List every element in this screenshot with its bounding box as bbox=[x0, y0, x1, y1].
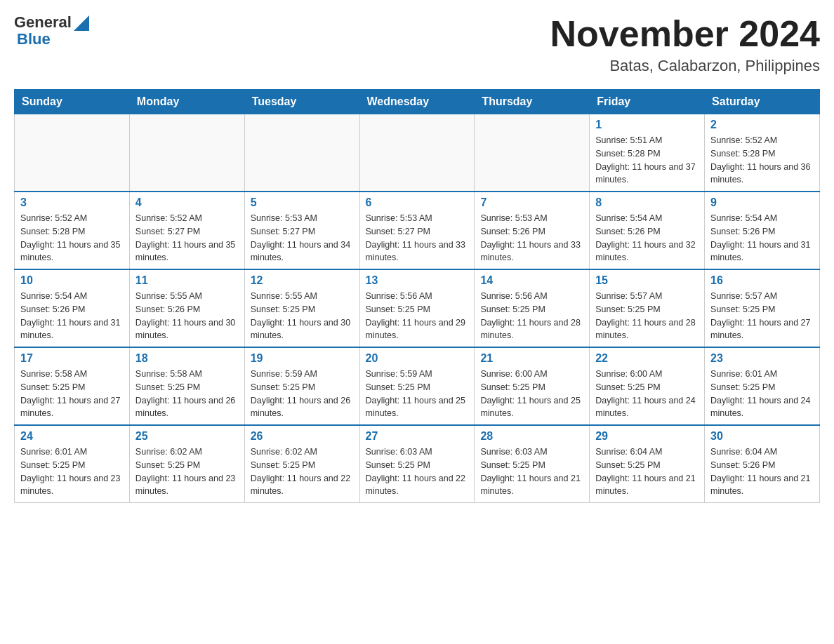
calendar-cell bbox=[244, 114, 359, 192]
calendar-cell: 28Sunrise: 6:03 AM Sunset: 5:25 PM Dayli… bbox=[475, 425, 590, 503]
day-number: 28 bbox=[480, 430, 583, 443]
calendar-header-monday: Monday bbox=[129, 90, 244, 114]
day-number: 13 bbox=[366, 274, 469, 287]
calendar-cell bbox=[359, 114, 475, 192]
day-number: 29 bbox=[595, 430, 699, 443]
day-number: 12 bbox=[251, 274, 354, 287]
calendar-cell: 24Sunrise: 6:01 AM Sunset: 5:25 PM Dayli… bbox=[15, 425, 130, 503]
day-info: Sunrise: 6:02 AM Sunset: 5:25 PM Dayligh… bbox=[251, 445, 354, 498]
logo-blue: Blue bbox=[17, 31, 89, 48]
calendar-cell: 22Sunrise: 6:00 AM Sunset: 5:25 PM Dayli… bbox=[590, 347, 705, 425]
day-info: Sunrise: 5:53 AM Sunset: 5:27 PM Dayligh… bbox=[251, 212, 354, 264]
day-info: Sunrise: 5:54 AM Sunset: 5:26 PM Dayligh… bbox=[710, 212, 814, 264]
calendar-cell: 14Sunrise: 5:56 AM Sunset: 5:25 PM Dayli… bbox=[475, 269, 590, 347]
calendar-cell: 15Sunrise: 5:57 AM Sunset: 5:25 PM Dayli… bbox=[590, 269, 705, 347]
calendar-table: SundayMondayTuesdayWednesdayThursdayFrid… bbox=[14, 89, 820, 503]
day-info: Sunrise: 6:04 AM Sunset: 5:25 PM Dayligh… bbox=[595, 445, 699, 498]
calendar-cell: 23Sunrise: 6:01 AM Sunset: 5:25 PM Dayli… bbox=[705, 347, 820, 425]
day-info: Sunrise: 5:54 AM Sunset: 5:26 PM Dayligh… bbox=[20, 290, 124, 342]
calendar-week-row-3: 10Sunrise: 5:54 AM Sunset: 5:26 PM Dayli… bbox=[15, 269, 820, 347]
calendar-week-row-4: 17Sunrise: 5:58 AM Sunset: 5:25 PM Dayli… bbox=[15, 347, 820, 425]
day-info: Sunrise: 5:51 AM Sunset: 5:28 PM Dayligh… bbox=[595, 134, 699, 187]
calendar-cell: 17Sunrise: 5:58 AM Sunset: 5:25 PM Dayli… bbox=[15, 347, 130, 425]
day-number: 4 bbox=[135, 196, 239, 209]
day-info: Sunrise: 5:58 AM Sunset: 5:25 PM Dayligh… bbox=[135, 368, 239, 420]
calendar-cell: 8Sunrise: 5:54 AM Sunset: 5:26 PM Daylig… bbox=[590, 192, 705, 269]
day-number: 8 bbox=[595, 196, 699, 209]
day-info: Sunrise: 5:58 AM Sunset: 5:25 PM Dayligh… bbox=[20, 368, 124, 420]
day-info: Sunrise: 6:01 AM Sunset: 5:25 PM Dayligh… bbox=[20, 445, 124, 498]
day-info: Sunrise: 5:53 AM Sunset: 5:26 PM Dayligh… bbox=[480, 212, 583, 264]
day-number: 22 bbox=[595, 352, 699, 365]
day-info: Sunrise: 5:53 AM Sunset: 5:27 PM Dayligh… bbox=[366, 212, 469, 264]
calendar-header-sunday: Sunday bbox=[15, 90, 130, 114]
day-info: Sunrise: 5:55 AM Sunset: 5:26 PM Dayligh… bbox=[135, 290, 239, 342]
day-number: 10 bbox=[20, 274, 124, 287]
day-number: 11 bbox=[135, 274, 239, 287]
calendar-cell bbox=[15, 114, 130, 192]
calendar-cell: 26Sunrise: 6:02 AM Sunset: 5:25 PM Dayli… bbox=[244, 425, 359, 503]
day-number: 25 bbox=[135, 430, 239, 443]
calendar-header-wednesday: Wednesday bbox=[359, 90, 475, 114]
day-number: 18 bbox=[135, 352, 239, 365]
calendar-cell: 10Sunrise: 5:54 AM Sunset: 5:26 PM Dayli… bbox=[15, 269, 130, 347]
day-info: Sunrise: 6:03 AM Sunset: 5:25 PM Dayligh… bbox=[480, 445, 583, 498]
day-info: Sunrise: 5:56 AM Sunset: 5:25 PM Dayligh… bbox=[480, 290, 583, 342]
day-number: 9 bbox=[710, 196, 814, 209]
day-info: Sunrise: 6:00 AM Sunset: 5:25 PM Dayligh… bbox=[595, 368, 699, 420]
day-number: 27 bbox=[366, 430, 469, 443]
calendar-cell: 12Sunrise: 5:55 AM Sunset: 5:25 PM Dayli… bbox=[244, 269, 359, 347]
calendar-cell: 21Sunrise: 6:00 AM Sunset: 5:25 PM Dayli… bbox=[475, 347, 590, 425]
location-title: Batas, Calabarzon, Philippines bbox=[550, 57, 820, 75]
day-info: Sunrise: 5:52 AM Sunset: 5:28 PM Dayligh… bbox=[710, 134, 814, 187]
day-info: Sunrise: 6:04 AM Sunset: 5:26 PM Dayligh… bbox=[710, 445, 814, 498]
day-number: 14 bbox=[480, 274, 583, 287]
calendar-week-row-2: 3Sunrise: 5:52 AM Sunset: 5:28 PM Daylig… bbox=[15, 192, 820, 269]
day-number: 24 bbox=[20, 430, 124, 443]
day-number: 23 bbox=[710, 352, 814, 365]
day-number: 3 bbox=[20, 196, 124, 209]
logo-general: General bbox=[14, 14, 72, 31]
calendar-cell: 19Sunrise: 5:59 AM Sunset: 5:25 PM Dayli… bbox=[244, 347, 359, 425]
day-number: 19 bbox=[251, 352, 354, 365]
day-info: Sunrise: 5:57 AM Sunset: 5:25 PM Dayligh… bbox=[595, 290, 699, 342]
page-header: General Blue November 2024 Batas, Calaba… bbox=[14, 14, 820, 75]
title-area: November 2024 Batas, Calabarzon, Philipp… bbox=[550, 14, 820, 75]
calendar-header-tuesday: Tuesday bbox=[244, 90, 359, 114]
day-info: Sunrise: 5:54 AM Sunset: 5:26 PM Dayligh… bbox=[595, 212, 699, 264]
day-info: Sunrise: 5:52 AM Sunset: 5:27 PM Dayligh… bbox=[135, 212, 239, 264]
calendar-cell: 9Sunrise: 5:54 AM Sunset: 5:26 PM Daylig… bbox=[705, 192, 820, 269]
calendar-cell: 27Sunrise: 6:03 AM Sunset: 5:25 PM Dayli… bbox=[359, 425, 475, 503]
calendar-week-row-5: 24Sunrise: 6:01 AM Sunset: 5:25 PM Dayli… bbox=[15, 425, 820, 503]
calendar-cell: 25Sunrise: 6:02 AM Sunset: 5:25 PM Dayli… bbox=[129, 425, 244, 503]
day-number: 7 bbox=[480, 196, 583, 209]
calendar-header-thursday: Thursday bbox=[475, 90, 590, 114]
day-info: Sunrise: 6:02 AM Sunset: 5:25 PM Dayligh… bbox=[135, 445, 239, 498]
month-title: November 2024 bbox=[550, 14, 820, 54]
day-info: Sunrise: 6:00 AM Sunset: 5:25 PM Dayligh… bbox=[480, 368, 583, 420]
logo: General Blue bbox=[14, 14, 89, 48]
day-number: 5 bbox=[251, 196, 354, 209]
calendar-cell: 7Sunrise: 5:53 AM Sunset: 5:26 PM Daylig… bbox=[475, 192, 590, 269]
day-info: Sunrise: 5:55 AM Sunset: 5:25 PM Dayligh… bbox=[251, 290, 354, 342]
svg-marker-0 bbox=[74, 15, 89, 31]
day-info: Sunrise: 5:57 AM Sunset: 5:25 PM Dayligh… bbox=[710, 290, 814, 342]
day-number: 15 bbox=[595, 274, 699, 287]
calendar-cell: 16Sunrise: 5:57 AM Sunset: 5:25 PM Dayli… bbox=[705, 269, 820, 347]
day-number: 21 bbox=[480, 352, 583, 365]
calendar-cell: 5Sunrise: 5:53 AM Sunset: 5:27 PM Daylig… bbox=[244, 192, 359, 269]
day-number: 2 bbox=[710, 119, 814, 131]
calendar-cell bbox=[129, 114, 244, 192]
calendar-week-row-1: 1Sunrise: 5:51 AM Sunset: 5:28 PM Daylig… bbox=[15, 114, 820, 192]
day-number: 17 bbox=[20, 352, 124, 365]
day-number: 30 bbox=[710, 430, 814, 443]
calendar-header-saturday: Saturday bbox=[705, 90, 820, 114]
calendar-cell: 4Sunrise: 5:52 AM Sunset: 5:27 PM Daylig… bbox=[129, 192, 244, 269]
calendar-cell: 29Sunrise: 6:04 AM Sunset: 5:25 PM Dayli… bbox=[590, 425, 705, 503]
logo-triangle-icon bbox=[74, 15, 89, 31]
calendar-cell: 2Sunrise: 5:52 AM Sunset: 5:28 PM Daylig… bbox=[705, 114, 820, 192]
calendar-cell: 1Sunrise: 5:51 AM Sunset: 5:28 PM Daylig… bbox=[590, 114, 705, 192]
calendar-cell: 6Sunrise: 5:53 AM Sunset: 5:27 PM Daylig… bbox=[359, 192, 475, 269]
day-info: Sunrise: 5:59 AM Sunset: 5:25 PM Dayligh… bbox=[251, 368, 354, 420]
day-number: 1 bbox=[595, 119, 699, 131]
